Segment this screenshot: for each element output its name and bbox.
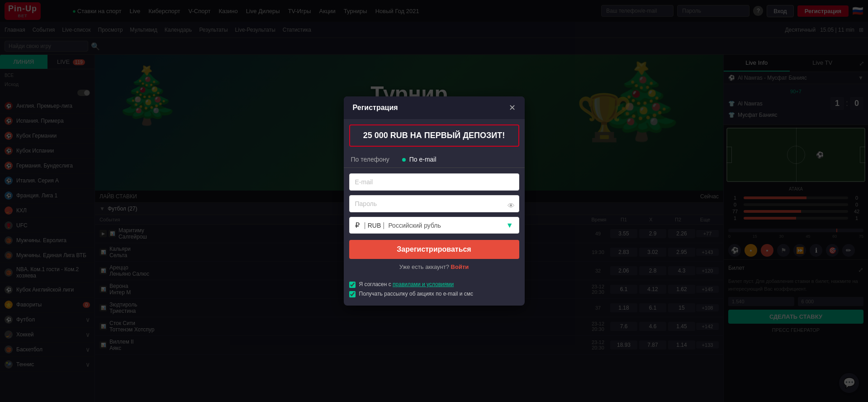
terms-text: Я согласен с правилами и условиями (359, 281, 454, 287)
already-account-text: Уже есть аккаунт? (399, 263, 449, 270)
login-link[interactable]: Войти (451, 263, 469, 270)
modal-bonus-banner: 25 000 RUB НА ПЕРВЫЙ ДЕПОЗИТ! (349, 124, 519, 147)
modal-body: 👁 ₽ | RUB | Российский рубль ▼ Зарегистр… (344, 173, 525, 281)
currency-separator: | (364, 221, 366, 230)
tab-by-email[interactable]: По e-mail (400, 152, 438, 168)
modal-title: Регистрация (353, 104, 398, 112)
modal-tabs: По телефону По e-mail (344, 152, 525, 168)
modal-header: Регистрация ✕ (344, 96, 525, 119)
password-field[interactable] (349, 195, 519, 212)
email-field[interactable] (349, 173, 519, 191)
modal-login-area: Уже есть аккаунт? Войти (349, 263, 519, 270)
newsletter-text: Получать рассылку об акциях по e-mail и … (359, 291, 474, 297)
terms-checkbox-area: Я согласен с правилами и условиями (349, 281, 519, 288)
newsletter-checkbox[interactable] (349, 291, 356, 297)
registration-modal: Регистрация ✕ 25 000 RUB НА ПЕРВЫЙ ДЕПОЗ… (344, 96, 525, 306)
eye-icon[interactable]: 👁 (508, 202, 515, 210)
currency-select[interactable]: ₽ | RUB | Российский рубль ▼ (349, 217, 519, 234)
terms-checkbox[interactable] (349, 282, 356, 288)
modal-checkboxes: Я согласен с правилами и условиями Получ… (344, 281, 525, 306)
currency-name: Российский рубль (388, 222, 441, 229)
modal-close-button[interactable]: ✕ (509, 103, 516, 113)
modal-overlay[interactable]: Регистрация ✕ 25 000 RUB НА ПЕРВЫЙ ДЕПОЗ… (0, 0, 868, 402)
terms-link[interactable]: правилами и условиями (393, 281, 454, 287)
submit-register-button[interactable]: Зарегистрироваться (349, 240, 519, 259)
newsletter-checkbox-area: Получать рассылку об акциях по e-mail и … (349, 291, 519, 297)
currency-code: RUB (368, 222, 381, 229)
tab-by-phone[interactable]: По телефону (349, 152, 391, 168)
currency-pipe: | (383, 221, 384, 230)
email-tab-label: По e-mail (409, 156, 436, 163)
email-tab-dot (402, 158, 406, 162)
password-wrap: 👁 (349, 195, 519, 217)
currency-symbol: ₽ (355, 221, 360, 230)
currency-dropdown-icon: ▼ (506, 221, 513, 230)
